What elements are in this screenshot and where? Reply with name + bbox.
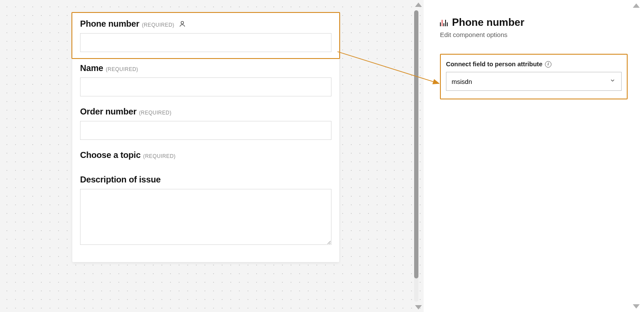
attribute-select-value: msisdn (452, 78, 472, 85)
form-field-choose-topic[interactable]: Choose a topic (REQUIRED) (72, 145, 339, 170)
required-tag: (REQUIRED) (106, 66, 138, 72)
form-field-phone-number[interactable]: Phone number (REQUIRED) (71, 12, 340, 59)
field-label: Order number (80, 107, 136, 117)
attribute-select-wrap: msisdn (446, 72, 622, 91)
canvas-scrollbar-thumb[interactable] (414, 10, 418, 278)
canvas-scroll-down-icon[interactable] (415, 305, 422, 309)
attribute-select[interactable]: msisdn (446, 72, 622, 91)
info-icon[interactable]: i (545, 61, 551, 68)
form-canvas[interactable]: Phone number (REQUIRED) Name (REQUIRED) (0, 0, 424, 312)
person-attribute-section: Connect field to person attribute i msis… (440, 54, 628, 99)
field-label-row: Description of issue (80, 175, 331, 185)
field-label: Description of issue (80, 175, 161, 185)
field-label-row: Phone number (REQUIRED) (80, 19, 331, 29)
description-textarea[interactable] (80, 189, 331, 245)
person-icon (179, 20, 186, 28)
name-input[interactable] (80, 77, 331, 96)
form-field-order-number[interactable]: Order number (REQUIRED) (72, 102, 339, 145)
form-field-description[interactable]: Description of issue (72, 170, 339, 252)
canvas-scroll-up-icon[interactable] (415, 3, 422, 7)
field-label: Name (80, 63, 103, 73)
required-tag: (REQUIRED) (139, 110, 171, 116)
attribute-label: Connect field to person attribute (446, 61, 542, 68)
svg-point-0 (181, 22, 183, 24)
required-tag: (REQUIRED) (143, 153, 176, 159)
canvas-scrollbar[interactable] (414, 10, 418, 302)
phone-number-input[interactable] (80, 33, 331, 52)
component-options-panel: Phone number Edit component options Conn… (424, 0, 644, 312)
panel-subtitle: Edit component options (440, 31, 628, 38)
field-label: Phone number (80, 19, 139, 29)
field-label-row: Name (REQUIRED) (80, 63, 331, 73)
order-number-input[interactable] (80, 121, 331, 140)
form-card: Phone number (REQUIRED) Name (REQUIRED) (72, 13, 339, 262)
form-field-name[interactable]: Name (REQUIRED) (72, 58, 339, 102)
panel-title: Phone number (452, 16, 524, 28)
field-label-row: Order number (REQUIRED) (80, 107, 331, 117)
field-label: Choose a topic (80, 150, 141, 160)
field-label-row: Choose a topic (REQUIRED) (80, 150, 331, 160)
required-tag: (REQUIRED) (142, 22, 174, 28)
panel-scroll-up-icon[interactable] (633, 3, 640, 8)
text-input-icon (440, 19, 448, 26)
panel-scroll-down-icon[interactable] (633, 304, 640, 309)
panel-title-row: Phone number (440, 16, 628, 28)
attribute-label-row: Connect field to person attribute i (446, 61, 622, 68)
